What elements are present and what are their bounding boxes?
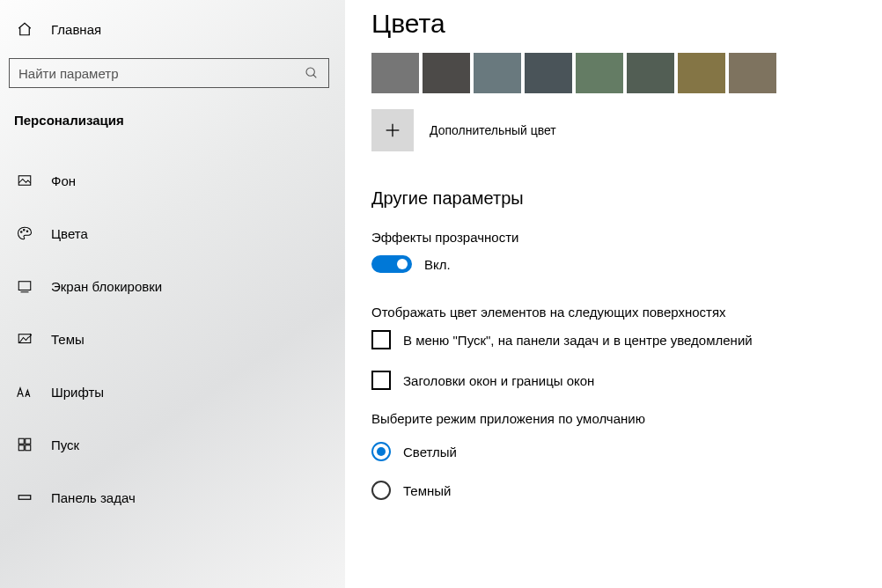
sidebar-item-label: Шрифты (51, 385, 104, 400)
svg-rect-8 (18, 438, 24, 444)
color-swatch[interactable] (371, 53, 419, 93)
color-swatch[interactable] (474, 53, 521, 93)
svg-rect-9 (26, 438, 31, 444)
svg-rect-12 (18, 496, 31, 500)
search-input[interactable] (18, 66, 304, 81)
color-swatch[interactable] (627, 53, 674, 93)
add-color-button[interactable] (371, 109, 414, 151)
sidebar-item-label: Темы (51, 332, 85, 347)
transparency-label: Эффекты прозрачности (371, 230, 856, 245)
sidebar-item-background[interactable]: Фон (0, 154, 345, 207)
main-content: Цвета Дополнительный цвет Другие парамет… (345, 0, 882, 588)
checkbox-titlebars[interactable] (371, 371, 391, 390)
search-icon (304, 66, 320, 80)
svg-rect-10 (18, 445, 24, 451)
search-input-container[interactable] (9, 58, 329, 88)
checkbox-start-taskbar[interactable] (371, 330, 391, 349)
sidebar-item-label: Цвета (51, 226, 88, 241)
checkbox-row-start-taskbar: В меню "Пуск", на панели задач и в центр… (371, 330, 856, 349)
home-icon (16, 21, 33, 37)
add-color-row: Дополнительный цвет (371, 109, 856, 151)
svg-point-0 (306, 68, 314, 76)
checkbox-row-titlebars: Заголовки окон и границы окон (371, 371, 856, 390)
palette-icon (16, 225, 33, 241)
svg-point-4 (24, 230, 26, 232)
radio-light[interactable] (371, 442, 391, 461)
checkbox-label: В меню "Пуск", на панели задач и в центр… (403, 333, 753, 348)
sidebar-item-colors[interactable]: Цвета (0, 207, 345, 260)
svg-rect-11 (26, 445, 31, 451)
color-swatch[interactable] (525, 53, 572, 93)
radio-row-dark: Темный (371, 481, 856, 500)
transparency-toggle[interactable] (371, 255, 412, 273)
add-color-label: Дополнительный цвет (430, 123, 556, 137)
radio-label: Темный (403, 483, 451, 498)
start-icon (16, 437, 33, 452)
radio-dark[interactable] (371, 481, 391, 500)
radio-label: Светлый (403, 445, 457, 459)
lockscreen-icon (16, 278, 33, 294)
sidebar-item-themes[interactable]: Темы (0, 312, 345, 365)
sidebar-item-fonts[interactable]: Шрифты (0, 365, 345, 418)
checkbox-label: Заголовки окон и границы окон (403, 373, 594, 388)
color-swatch[interactable] (423, 53, 470, 93)
toggle-knob (397, 259, 408, 269)
color-swatch-row (371, 53, 856, 93)
sidebar-item-label: Панель задач (51, 490, 136, 505)
home-label: Главная (51, 22, 101, 37)
home-button[interactable]: Главная (0, 16, 345, 49)
color-swatch[interactable] (729, 53, 776, 93)
taskbar-icon (16, 489, 33, 505)
svg-rect-2 (18, 176, 31, 186)
svg-line-1 (313, 75, 316, 77)
svg-rect-6 (18, 282, 31, 290)
sidebar-item-taskbar[interactable]: Панель задач (0, 471, 345, 524)
show-color-label: Отображать цвет элементов на следующих п… (371, 305, 856, 320)
app-mode-group-label: Выберите режим приложения по умолчанию (371, 411, 856, 426)
svg-point-5 (26, 231, 28, 232)
sidebar-item-label: Фон (51, 173, 76, 188)
radio-row-light: Светлый (371, 442, 856, 461)
page-title: Цвета (371, 9, 856, 39)
other-options-heading: Другие параметры (371, 188, 856, 209)
themes-icon (16, 331, 33, 347)
sidebar-item-lockscreen[interactable]: Экран блокировки (0, 260, 345, 312)
color-swatch[interactable] (678, 53, 725, 93)
sidebar-item-label: Пуск (51, 437, 79, 452)
toggle-state-label: Вкл. (424, 257, 451, 272)
color-swatch[interactable] (576, 53, 623, 93)
sidebar: Главная Персонализация Фон Цвета (0, 0, 345, 588)
picture-icon (16, 173, 33, 188)
transparency-toggle-row: Вкл. (371, 255, 856, 273)
sidebar-item-start[interactable]: Пуск (0, 418, 345, 471)
fonts-icon (16, 384, 33, 400)
section-header: Персонализация (0, 113, 345, 154)
svg-point-3 (21, 232, 23, 233)
sidebar-item-label: Экран блокировки (51, 279, 162, 294)
